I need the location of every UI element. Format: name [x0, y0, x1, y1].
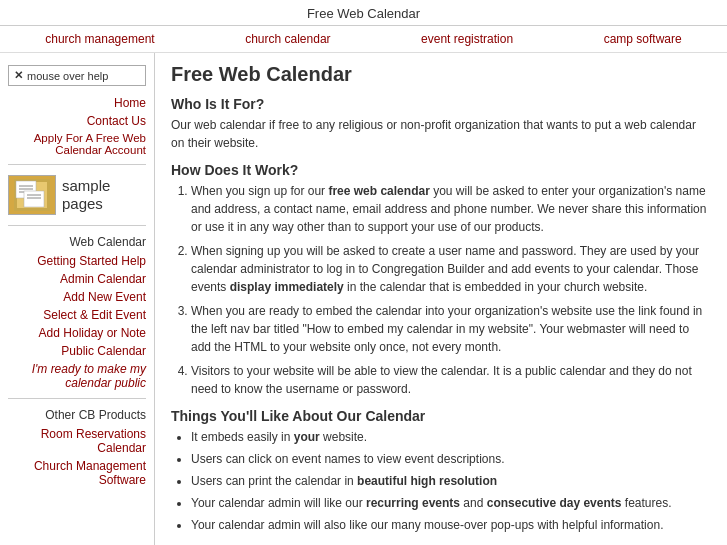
nav-church-management[interactable]: church management	[45, 32, 154, 46]
select-edit-event-link[interactable]: Select & Edit Event	[0, 306, 154, 324]
sample-pages-text: samplepages	[62, 177, 110, 213]
help-label: mouse over help	[27, 70, 108, 82]
nav-bar: church management church calendar event …	[0, 26, 727, 53]
contact-link[interactable]: Contact Us	[0, 112, 154, 130]
getting-started-link[interactable]: Getting Started Help	[0, 252, 154, 270]
bullet-3: Users can print the calendar in beautifu…	[191, 472, 711, 490]
section3-title: Things You'll Like About Our Calendar	[171, 408, 711, 424]
header-title: Free Web Calendar	[307, 6, 420, 21]
section1-title: Who Is It For?	[171, 96, 711, 112]
bullet-2: Users can click on event names to view e…	[191, 450, 711, 468]
close-icon: ✕	[14, 69, 23, 82]
svg-rect-6	[24, 191, 44, 207]
steps-list: When you sign up for our free web calend…	[191, 182, 711, 398]
nav-church-calendar[interactable]: church calendar	[245, 32, 330, 46]
step-4: Visitors to your website will be able to…	[191, 362, 711, 398]
help-box: ✕ mouse over help	[8, 65, 146, 86]
admin-calendar-link[interactable]: Admin Calendar	[0, 270, 154, 288]
step-1: When you sign up for our free web calend…	[191, 182, 711, 236]
public-calendar-link[interactable]: Public Calendar	[0, 342, 154, 360]
section1-text: Our web calendar if free to any religiou…	[171, 116, 711, 152]
page-header: Free Web Calendar	[0, 0, 727, 26]
bullet-4: Your calendar admin will like our recurr…	[191, 494, 711, 512]
step-3: When you are ready to embed the calendar…	[191, 302, 711, 356]
church-mgmt-link[interactable]: Church Management Software	[0, 457, 154, 489]
bullet-5: Your calendar admin will also like our m…	[191, 516, 711, 534]
bullet-1: It embeds easily in your website.	[191, 428, 711, 446]
apply-link[interactable]: Apply For A Free Web Calendar Account	[0, 130, 154, 158]
nav-event-registration[interactable]: event registration	[421, 32, 513, 46]
add-holiday-link[interactable]: Add Holiday or Note	[0, 324, 154, 342]
sidebar: ✕ mouse over help Home Contact Us Apply …	[0, 53, 155, 545]
divider-2	[8, 225, 146, 226]
room-reservations-link[interactable]: Room Reservations Calendar	[0, 425, 154, 457]
sample-pages-box: samplepages	[0, 171, 154, 219]
step-2: When signing up you will be asked to cre…	[191, 242, 711, 296]
web-calendar-title: Web Calendar	[0, 232, 154, 252]
layout: ✕ mouse over help Home Contact Us Apply …	[0, 53, 727, 545]
sample-pages-icon	[8, 175, 56, 215]
divider-1	[8, 164, 146, 165]
bullets-list: It embeds easily in your website. Users …	[191, 428, 711, 534]
section2-title: How Does It Work?	[171, 162, 711, 178]
divider-3	[8, 398, 146, 399]
add-new-event-link[interactable]: Add New Event	[0, 288, 154, 306]
home-link[interactable]: Home	[0, 94, 154, 112]
other-products-title: Other CB Products	[0, 405, 154, 425]
main-content: Free Web Calendar Who Is It For? Our web…	[155, 53, 727, 545]
main-title: Free Web Calendar	[171, 63, 711, 86]
nav-camp-software[interactable]: camp software	[604, 32, 682, 46]
make-public-link[interactable]: I'm ready to make my calendar public	[0, 360, 154, 392]
